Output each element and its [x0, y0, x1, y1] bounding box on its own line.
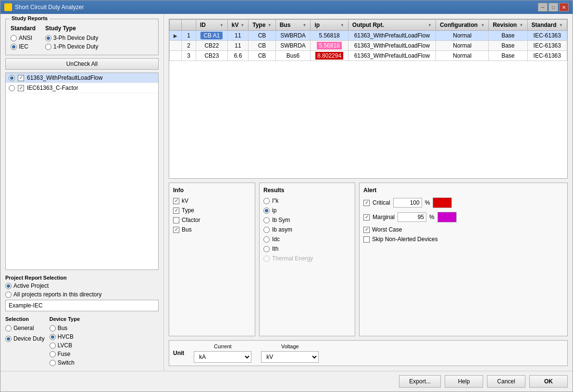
ok-button[interactable]: OK: [529, 375, 568, 388]
uncheck-all-button[interactable]: UnCheck All: [5, 58, 159, 70]
table-row[interactable]: 3 CB23 6.6 CB Bus6 8.802294 61363_WithPr…: [170, 51, 567, 61]
info-cfactor-check[interactable]: [173, 217, 179, 223]
col-header-type[interactable]: Type ▼: [249, 20, 275, 31]
col-header-ip[interactable]: ip ▼: [311, 20, 348, 31]
all-projects-option[interactable]: All projects reports in this directory: [5, 291, 159, 298]
general-radio[interactable]: [5, 325, 12, 331]
result-ith-radio[interactable]: [263, 246, 270, 252]
alert-critical-input[interactable]: [393, 198, 422, 208]
worst-case-check[interactable]: [363, 227, 370, 233]
row-config-1: Normal: [436, 31, 488, 41]
active-project-option[interactable]: Active Project: [5, 282, 159, 289]
marginal-color-swatch[interactable]: [437, 212, 457, 222]
maximize-button[interactable]: □: [548, 3, 558, 12]
study-reports-title: Study Reports: [10, 15, 50, 21]
col-header-revision[interactable]: Revision ▼: [489, 20, 527, 31]
current-select[interactable]: kA A: [194, 351, 251, 363]
results-table-container[interactable]: ID ▼ kV ▼: [169, 19, 568, 179]
help-button[interactable]: Help: [445, 375, 483, 388]
device-duty-radio[interactable]: [5, 336, 12, 342]
list-item[interactable]: IEC61363_C-Factor: [6, 83, 158, 93]
switch-option[interactable]: Switch: [50, 359, 80, 366]
ansi-label: ANSI: [19, 35, 32, 41]
critical-color-swatch[interactable]: [433, 197, 452, 208]
study-type-3ph[interactable]: 3-Ph Device Duty: [45, 35, 98, 41]
result-ibsym-radio[interactable]: [263, 217, 270, 223]
results-panel: Results I"k ip Ib Sym: [259, 183, 355, 336]
table-row[interactable]: ▶ 1 CB A1 11 CB SWBRDA 5.56818 61363_Wit…: [170, 31, 567, 41]
col-header-kv[interactable]: kV ▼: [227, 20, 248, 31]
skip-non-alerted-check[interactable]: [363, 236, 370, 243]
info-bus-row[interactable]: Bus: [173, 226, 251, 233]
study-type-1ph[interactable]: 1-Ph Device Duty: [45, 43, 98, 50]
fuse-option[interactable]: Fuse: [50, 351, 80, 357]
study-check-2[interactable]: [18, 85, 24, 91]
alert-marginal-input[interactable]: [398, 212, 426, 222]
switch-radio[interactable]: [50, 360, 56, 366]
hvcb-radio[interactable]: [50, 334, 56, 340]
skip-non-alerted-row[interactable]: Skip Non-Alerted Devices: [363, 236, 563, 243]
row-bus-2: SWBRDA: [275, 41, 311, 51]
bus-option[interactable]: Bus: [50, 325, 80, 331]
3ph-radio[interactable]: [45, 35, 51, 41]
hvcb-option[interactable]: HVCB: [50, 333, 80, 340]
1ph-radio[interactable]: [45, 44, 51, 50]
col-header-configuration[interactable]: Configuration ▼: [436, 20, 488, 31]
col-header-output-rpt[interactable]: Output Rpt. ▼: [348, 20, 436, 31]
col-header-bus[interactable]: Bus ▼: [275, 20, 311, 31]
all-projects-radio[interactable]: [5, 292, 12, 298]
col-header-standard[interactable]: Standard ▼: [527, 20, 567, 31]
fuse-radio[interactable]: [50, 351, 56, 357]
export-button[interactable]: Export...: [399, 375, 441, 388]
row-kv-1: 11: [227, 31, 248, 41]
info-kv-row[interactable]: kV: [173, 197, 251, 204]
result-ith-row[interactable]: Ith: [263, 245, 351, 252]
result-idc-row[interactable]: Idc: [263, 236, 351, 243]
general-option[interactable]: General: [5, 325, 45, 331]
lvcb-option[interactable]: LVCB: [50, 342, 80, 349]
close-button[interactable]: ✕: [559, 3, 569, 12]
selection-section: Selection General Device Duty: [5, 316, 45, 366]
result-ip-radio[interactable]: [263, 208, 270, 214]
info-type-row[interactable]: Type: [173, 207, 251, 214]
results-table-section: ID ▼ kV ▼: [169, 19, 568, 179]
col-header-id[interactable]: ID ▼: [196, 20, 228, 31]
list-item[interactable]: 61363_WithPrefaultLoadFlow: [6, 73, 158, 83]
result-ik-row[interactable]: I"k: [263, 197, 351, 204]
worst-case-row[interactable]: Worst Case: [363, 226, 563, 233]
kv-sort-icon: ▼: [240, 23, 244, 27]
row-ip-1: 5.56818: [311, 31, 348, 41]
result-ik-radio[interactable]: [263, 198, 270, 204]
info-cfactor-row[interactable]: Cfactor: [173, 217, 251, 223]
study-radio-1[interactable]: [9, 75, 15, 81]
title-bar-buttons: ─ □ ✕: [538, 3, 569, 12]
minimize-button[interactable]: ─: [538, 3, 548, 12]
info-bus-check[interactable]: [173, 227, 179, 233]
result-ibasym-row[interactable]: Ib asym: [263, 226, 351, 233]
info-type-label: Type: [182, 207, 194, 214]
row-bus-1: SWBRDA: [275, 31, 311, 41]
table-row[interactable]: 2 CB22 11 CB SWBRDA 5.56818 61363_WithPr…: [170, 41, 567, 51]
result-ibasym-radio[interactable]: [263, 227, 270, 233]
info-type-check[interactable]: [173, 208, 179, 214]
voltage-select[interactable]: kV V: [261, 351, 319, 363]
result-ip-row[interactable]: ip: [263, 207, 351, 214]
left-panel: Study Reports Standard ANSI IEC: [0, 14, 164, 371]
cancel-button[interactable]: Cancel: [487, 375, 525, 388]
ansi-radio[interactable]: [11, 35, 17, 41]
bus-radio[interactable]: [50, 325, 56, 331]
device-duty-option[interactable]: Device Duty: [5, 335, 45, 342]
lvcb-radio[interactable]: [50, 343, 56, 349]
standard-ansi[interactable]: ANSI: [11, 35, 36, 41]
active-project-radio[interactable]: [5, 283, 12, 289]
result-idc-radio[interactable]: [263, 236, 270, 243]
alert-marginal-check[interactable]: [363, 214, 370, 220]
info-kv-check[interactable]: [173, 198, 179, 204]
result-ibsym-row[interactable]: Ib Sym: [263, 217, 351, 223]
info-panel: Info kV Type Cfactor: [169, 183, 255, 336]
study-check-1[interactable]: [18, 75, 24, 81]
alert-critical-check[interactable]: [363, 200, 370, 206]
study-radio-2[interactable]: [9, 85, 15, 91]
iec-radio[interactable]: [11, 44, 17, 50]
standard-iec[interactable]: IEC: [11, 43, 36, 50]
